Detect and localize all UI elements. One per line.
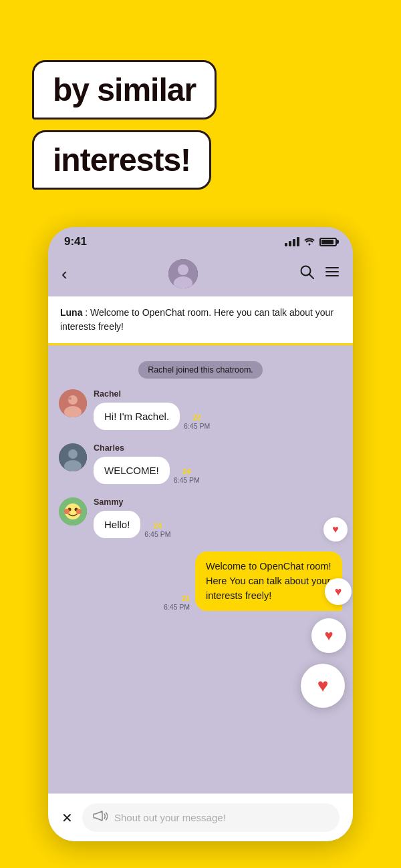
message-content: Charles WELCOME! 24 6:45 PM <box>94 443 200 484</box>
message-content: Rachel Hi! I'm Rachel. 22 6:45 PM <box>94 389 210 430</box>
message-placeholder: Shout out your message! <box>114 812 226 823</box>
svg-line-4 <box>309 274 313 279</box>
battery-icon <box>319 238 337 246</box>
announcement-bar: Luna : Welcome to OpenChat room. Here yo… <box>48 296 353 345</box>
sent-time: 6:45 PM <box>164 603 190 611</box>
sent-message-row: 21 6:45 PM Welcome to OpenChat room! Her… <box>59 552 342 611</box>
chat-area: Rachel joined this chatroom. Rachel Hi! … <box>48 345 353 786</box>
phone-mockup: 9:41 ‹ <box>48 227 353 841</box>
message-bubble: WELCOME! <box>94 457 170 484</box>
rachel-avatar <box>59 389 87 417</box>
message-row-sammy: Sammy Hello! 24 6:45 PM ♥ <box>59 497 342 538</box>
message-username: Sammy <box>94 497 170 507</box>
message-row: Rachel Hi! I'm Rachel. 22 6:45 PM <box>59 389 342 430</box>
message-time: 6:45 PM <box>174 476 200 484</box>
message-input-bar[interactable]: Shout out your message! <box>82 803 340 832</box>
hero-section: by similar interests! <box>32 60 217 198</box>
message-count: 22 <box>192 413 200 421</box>
sent-count: 21 <box>182 594 190 602</box>
message-row: Charles WELCOME! 24 6:45 PM <box>59 443 342 484</box>
megaphone-icon <box>93 810 108 825</box>
svg-point-11 <box>69 397 72 400</box>
announcement-text: : Welcome to OpenChat room. Here you can… <box>60 307 333 332</box>
message-content: Sammy Hello! 24 6:45 PM <box>94 497 170 538</box>
message-username: Rachel <box>94 389 210 399</box>
close-button[interactable]: ✕ <box>61 810 73 826</box>
hero-text-line1: by similar <box>53 71 196 108</box>
menu-icon[interactable] <box>325 264 340 283</box>
svg-point-13 <box>68 449 78 459</box>
message-meta: 22 6:45 PM <box>184 413 210 430</box>
nav-right-icons <box>299 264 340 283</box>
search-icon[interactable] <box>299 264 314 283</box>
bottom-bar: ✕ Shout out your message! <box>48 793 353 841</box>
status-time: 9:41 <box>64 235 87 248</box>
join-notice-text: Rachel joined this chatroom. <box>138 361 263 379</box>
join-notice: Rachel joined this chatroom. <box>59 361 342 379</box>
status-icons <box>285 236 337 248</box>
heart-reaction-3: ♥ <box>311 618 346 653</box>
message-username: Charles <box>94 443 200 453</box>
hero-text-line2: interests! <box>53 142 190 178</box>
message-bubble: Hello! <box>94 511 140 538</box>
message-meta: 24 6:45 PM <box>174 467 200 484</box>
announcement-sender: Luna <box>60 307 82 318</box>
charles-avatar <box>59 443 87 471</box>
message-count: 24 <box>154 521 162 529</box>
bubble-line1: by similar <box>32 60 217 120</box>
heart-reaction-4: ♥ <box>301 664 345 708</box>
message-meta: 24 6:45 PM <box>144 521 170 538</box>
sent-meta: 21 6:45 PM <box>164 594 190 611</box>
wifi-icon <box>303 236 315 248</box>
chat-avatar <box>168 259 198 288</box>
heart-reaction-2: ♥ <box>325 578 352 605</box>
nav-bar: ‹ <box>48 254 353 296</box>
message-count: 24 <box>182 467 190 475</box>
sammy-avatar <box>59 497 87 525</box>
sent-bubble: Welcome to OpenChat room! Here You can t… <box>195 552 342 611</box>
bubble-line2: interests! <box>32 130 211 190</box>
status-bar: 9:41 <box>48 227 353 254</box>
message-bubble: Hi! I'm Rachel. <box>94 403 180 430</box>
message-time: 6:45 PM <box>144 530 170 538</box>
message-time: 6:45 PM <box>184 422 210 430</box>
svg-point-19 <box>64 509 70 514</box>
svg-point-9 <box>68 395 78 405</box>
back-button[interactable]: ‹ <box>61 264 68 284</box>
svg-point-20 <box>76 509 82 514</box>
signal-icon <box>285 237 299 246</box>
svg-point-1 <box>178 264 188 275</box>
heart-reaction-1: ♥ <box>323 517 348 541</box>
